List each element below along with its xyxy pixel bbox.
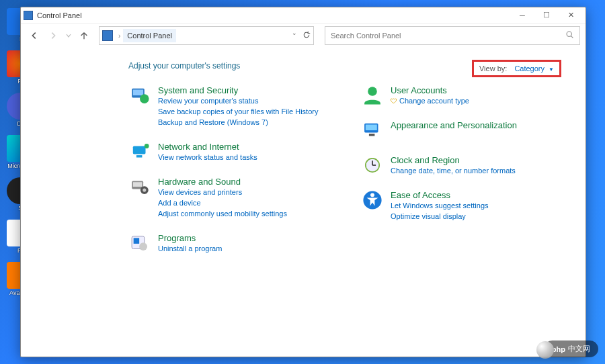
svg-point-24 (370, 193, 374, 197)
category-link[interactable]: View network status and tasks (158, 152, 334, 163)
view-by-label: View by: (479, 64, 507, 73)
category-ease-of-access: Ease of Access Let Windows suggest setti… (361, 189, 567, 222)
category-network: Network and Internet View network status… (128, 140, 334, 163)
toolbar: › Control Panel ⌄ (21, 24, 586, 52)
user-accounts-icon (361, 84, 384, 107)
minimize-button[interactable]: ─ (510, 8, 534, 23)
category-title[interactable]: User Accounts (391, 85, 447, 95)
category-link[interactable]: Backup and Restore (Windows 7) (158, 118, 334, 128)
search-icon[interactable] (565, 30, 574, 41)
recent-locations-dropdown[interactable] (64, 28, 73, 44)
system-security-icon (128, 84, 151, 107)
category-columns: System and Security Review your computer… (128, 84, 567, 267)
clock-icon (361, 154, 384, 177)
dropdown-caret-icon: ▼ (549, 66, 554, 73)
app-icon (24, 11, 33, 20)
programs-icon (128, 232, 151, 255)
category-link[interactable]: Save backup copies of your files with Fi… (158, 107, 334, 118)
category-link[interactable]: Uninstall a program (158, 244, 334, 255)
category-link-text: Change account type (399, 97, 469, 105)
category-title[interactable]: Hardware and Sound (158, 177, 241, 187)
category-link[interactable]: Let Windows suggest settings (391, 201, 567, 212)
category-link[interactable]: Review your computer's status (158, 96, 334, 107)
category-title[interactable]: Network and Internet (158, 142, 239, 152)
svg-rect-18 (369, 134, 375, 136)
svg-rect-6 (136, 155, 143, 157)
view-by-value[interactable]: Category (514, 64, 544, 73)
view-by-control[interactable]: View by: Category ▼ (472, 60, 561, 77)
category-programs: Programs Uninstall a program (128, 232, 334, 255)
category-link[interactable]: Change date, time, or number formats (391, 166, 567, 177)
watermark: php 中文网 (544, 340, 598, 357)
category-link[interactable]: 🛡Change account type (391, 96, 567, 107)
network-icon (128, 140, 151, 163)
category-link[interactable]: Adjust commonly used mobility settings (158, 209, 334, 220)
left-column: System and Security Review your computer… (128, 84, 334, 267)
watermark-ball-icon (536, 341, 554, 359)
svg-point-7 (145, 144, 149, 148)
watermark-text: 中文网 (568, 344, 590, 354)
window-title: Control Panel (37, 11, 82, 19)
search-input[interactable] (331, 32, 565, 40)
category-hardware: Hardware and Sound View devices and prin… (128, 175, 334, 220)
shield-icon: 🛡 (391, 97, 397, 107)
right-column: User Accounts 🛡Change account type Appea… (361, 84, 567, 267)
close-button[interactable]: ✕ (559, 8, 583, 23)
category-link[interactable]: Add a device (158, 198, 334, 209)
category-title[interactable]: Programs (158, 233, 196, 243)
svg-point-0 (567, 32, 571, 36)
address-icon (102, 30, 113, 41)
category-appearance: Appearance and Personalization (361, 119, 567, 142)
control-panel-window: Control Panel ─ ☐ ✕ › Control Panel ⌄ (20, 7, 586, 357)
refresh-button[interactable] (302, 30, 311, 42)
svg-point-4 (140, 94, 149, 103)
category-title[interactable]: Ease of Access (391, 190, 450, 200)
category-link[interactable]: View devices and printers (158, 187, 334, 198)
content-area: Adjust your computer's settings View by:… (21, 52, 586, 357)
category-title[interactable]: Appearance and Personalization (391, 120, 517, 130)
svg-rect-9 (133, 182, 143, 187)
hardware-icon (128, 175, 151, 198)
category-title[interactable]: Clock and Region (391, 155, 460, 165)
breadcrumb-sep-icon: › (118, 32, 120, 40)
svg-rect-3 (133, 90, 143, 96)
category-user-accounts: User Accounts 🛡Change account type (361, 84, 567, 107)
breadcrumb-segment[interactable]: Control Panel (123, 29, 176, 42)
svg-rect-13 (134, 238, 140, 244)
svg-point-14 (139, 242, 147, 251)
address-bar[interactable]: › Control Panel ⌄ (99, 26, 314, 45)
search-box[interactable] (325, 26, 580, 45)
category-title[interactable]: System and Security (158, 85, 238, 95)
svg-point-11 (143, 188, 146, 191)
appearance-icon (361, 119, 384, 142)
maximize-button[interactable]: ☐ (534, 8, 559, 23)
nav-forward-button[interactable] (45, 28, 61, 44)
svg-rect-5 (133, 146, 146, 154)
nav-up-button[interactable] (76, 28, 92, 44)
titlebar: Control Panel ─ ☐ ✕ (21, 7, 586, 24)
category-link[interactable]: Optimize visual display (391, 212, 567, 222)
svg-line-1 (571, 36, 573, 38)
category-system-security: System and Security Review your computer… (128, 84, 334, 128)
nav-back-button[interactable] (26, 28, 42, 44)
ease-of-access-icon (361, 189, 384, 212)
svg-point-15 (368, 87, 377, 96)
svg-rect-17 (366, 125, 377, 131)
address-dropdown-icon[interactable]: ⌄ (292, 30, 297, 42)
category-clock-region: Clock and Region Change date, time, or n… (361, 154, 567, 177)
